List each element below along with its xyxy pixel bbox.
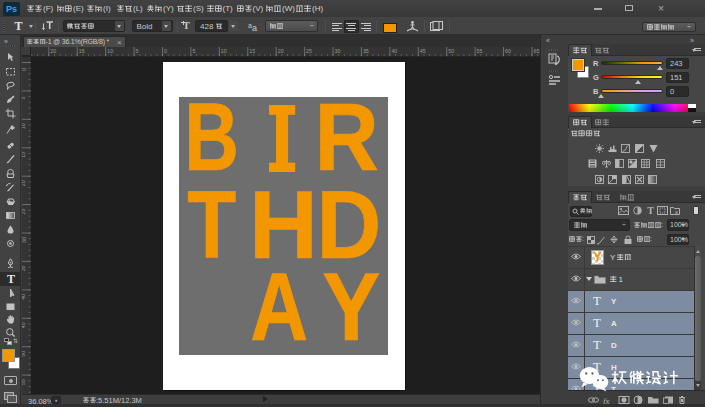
svg-text:5: 5 (22, 96, 27, 99)
svg-text:30: 30 (335, 47, 341, 53)
svg-text:0: 0 (164, 47, 167, 53)
svg-text:35: 35 (363, 47, 369, 53)
svg-text:20: 20 (50, 47, 56, 53)
svg-text:10: 10 (107, 47, 113, 53)
svg-text:40: 40 (391, 47, 397, 53)
svg-text:25: 25 (22, 208, 27, 214)
svg-text:65: 65 (534, 47, 540, 53)
svg-text:5: 5 (192, 47, 195, 53)
svg-text:15: 15 (22, 151, 27, 157)
svg-text:20: 20 (22, 180, 27, 186)
svg-text:35: 35 (22, 265, 27, 271)
svg-text:45: 45 (22, 322, 27, 328)
svg-text:50: 50 (448, 47, 454, 53)
svg-text:5: 5 (136, 47, 139, 53)
svg-text:55: 55 (477, 47, 483, 53)
svg-text:50: 50 (22, 350, 27, 356)
svg-text:15: 15 (79, 47, 85, 53)
svg-text:30: 30 (22, 237, 27, 243)
svg-text:60: 60 (505, 47, 511, 53)
svg-text:15: 15 (249, 47, 255, 53)
svg-text:40: 40 (22, 293, 27, 299)
svg-text:45: 45 (420, 47, 426, 53)
svg-text:55: 55 (22, 379, 27, 385)
svg-text:25: 25 (306, 47, 312, 53)
svg-text:10: 10 (22, 123, 27, 129)
svg-text:0: 0 (22, 67, 27, 70)
svg-text:10: 10 (221, 47, 227, 53)
svg-text:a: a (675, 209, 678, 215)
svg-text:20: 20 (278, 47, 284, 53)
